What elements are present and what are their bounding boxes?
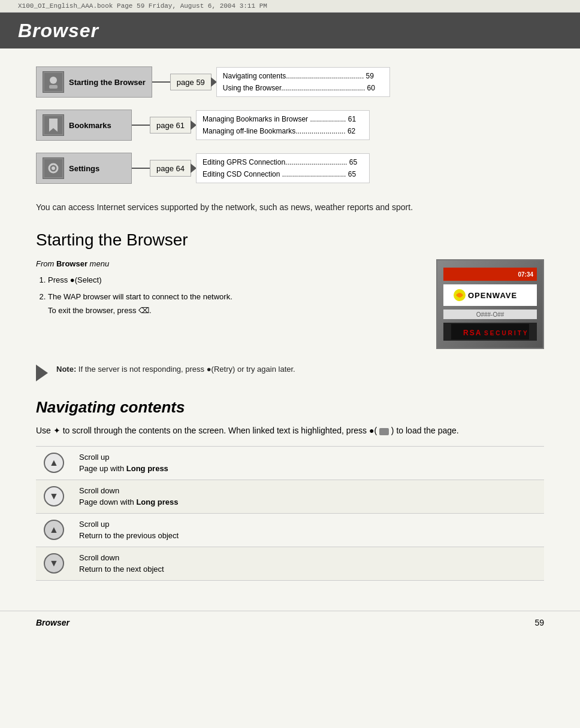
nav-contents-table: ▲ Scroll upPage up with Long press ▼ Scr… xyxy=(36,446,544,581)
nav-link-6: Editing CSD Connection .................… xyxy=(203,168,363,180)
nav-links-starting: Navigating contents.....................… xyxy=(216,67,390,98)
nav-link-2: Using the Browser.......................… xyxy=(223,82,383,94)
svg-point-1 xyxy=(50,77,57,84)
nav-box-label-starting: Starting the Browser xyxy=(69,78,146,87)
nav-boxes-section: Starting the Browser page 59 Navigating … xyxy=(36,66,544,184)
phone-screenshot: 07:34 OPENWAVE O###-O## RSA SECURITY xyxy=(436,259,544,349)
openwave-subtext: O###-O## xyxy=(443,310,537,319)
page-badge-starting: page 59 xyxy=(170,74,212,90)
table-cell-desc: Scroll upReturn to the previous object xyxy=(72,513,544,547)
page-title: Browser xyxy=(18,20,99,42)
table-cell-icon: ▲ xyxy=(36,446,72,480)
scroll-up-icon: ▲ xyxy=(44,453,64,473)
note-arrow-icon xyxy=(36,365,48,381)
openwave-logo: OPENWAVE xyxy=(443,284,537,306)
nav-link-1: Navigating contents.....................… xyxy=(223,70,383,82)
footer-bar: Browser 59 xyxy=(0,611,580,635)
nav-box-label-bookmarks: Bookmarks xyxy=(69,121,111,130)
scroll-prev-icon: ▲ xyxy=(44,520,64,540)
table-cell-desc: Scroll upPage up with Long press xyxy=(72,446,544,480)
nav-row-settings: Settings page 64 Editing GPRS Connection… xyxy=(36,153,544,184)
nav-links-settings: Editing GPRS Connection.................… xyxy=(196,153,370,184)
navigating-contents-heading: Navigating contents xyxy=(36,398,544,417)
starting-browser-text: From Browser menu Press ●(Select) The WA… xyxy=(36,259,424,349)
table-row: ▲ Scroll upReturn to the previous object xyxy=(36,513,544,547)
starting-browser-content: From Browser menu Press ●(Select) The WA… xyxy=(36,259,544,349)
page-badge-bookmarks: page 61 xyxy=(150,117,191,134)
step-2: The WAP browser will start to connect to… xyxy=(48,290,424,318)
page-badge-settings: page 64 xyxy=(150,160,191,177)
table-row: ▼ Scroll downReturn to the next object xyxy=(36,547,544,580)
nav-box-label-settings: Settings xyxy=(69,164,99,173)
note-text: Note: If the server is not responding, p… xyxy=(56,363,295,375)
phone-screen-bar: 07:34 xyxy=(443,268,537,281)
file-info-text: X100_OI_English_AAA.book Page 59 Friday,… xyxy=(18,2,267,10)
nav-link-5: Editing GPRS Connection.................… xyxy=(203,156,363,168)
nav-links-bookmarks: Managing Bookmarks in Browser ..........… xyxy=(196,110,370,141)
footer-left: Browser xyxy=(36,618,70,627)
rsa-logo: RSA SECURITY xyxy=(443,323,537,341)
header-bar: Browser xyxy=(0,13,580,48)
from-line: From Browser menu xyxy=(36,259,424,268)
svg-text:RSA: RSA xyxy=(463,329,482,337)
table-cell-icon: ▼ xyxy=(36,480,72,513)
steps-list: Press ●(Select) The WAP browser will sta… xyxy=(48,273,424,317)
table-cell-icon: ▼ xyxy=(36,547,72,580)
svg-text:SECURITY: SECURITY xyxy=(484,330,529,336)
main-content: Starting the Browser page 59 Navigating … xyxy=(0,48,580,599)
note-box: Note: If the server is not responding, p… xyxy=(36,361,544,384)
footer-right: 59 xyxy=(534,618,544,627)
connector-line-2 xyxy=(132,125,150,126)
file-info-bar: X100_OI_English_AAA.book Page 59 Friday,… xyxy=(0,0,580,13)
nav-box-starting: Starting the Browser xyxy=(36,66,152,98)
nav-link-4: Managing off-line Bookmarks.............… xyxy=(203,125,363,137)
step-1: Press ●(Select) xyxy=(48,273,424,287)
table-row: ▼ Scroll downPage down with Long press xyxy=(36,480,544,513)
svg-point-7 xyxy=(52,166,55,170)
nav-link-3: Managing Bookmarks in Browser ..........… xyxy=(203,113,363,125)
table-cell-icon: ▲ xyxy=(36,513,72,547)
connector-line-3 xyxy=(132,168,150,169)
navigating-intro: Use ✦ to scroll through the contents on … xyxy=(36,424,544,437)
scroll-down-icon: ▼ xyxy=(44,486,64,506)
connector-line-1 xyxy=(152,81,170,83)
svg-rect-2 xyxy=(49,85,58,89)
starting-browser-heading: Starting the Browser xyxy=(36,230,544,250)
intro-paragraph: You can access Internet services support… xyxy=(36,201,544,214)
nav-box-icon-starting xyxy=(43,71,64,93)
scroll-next-icon: ▼ xyxy=(44,553,64,574)
nav-box-settings: Settings xyxy=(36,153,132,184)
table-cell-desc: Scroll downReturn to the next object xyxy=(72,547,544,580)
nav-box-icon-bookmarks xyxy=(43,114,64,136)
nav-box-bookmarks: Bookmarks xyxy=(36,110,132,141)
svg-text:OPENWAVE: OPENWAVE xyxy=(468,291,517,300)
nav-row-bookmarks: Bookmarks page 61 Managing Bookmarks in … xyxy=(36,110,544,141)
nav-row-starting: Starting the Browser page 59 Navigating … xyxy=(36,66,544,98)
table-cell-desc: Scroll downPage down with Long press xyxy=(72,480,544,513)
table-row: ▲ Scroll upPage up with Long press xyxy=(36,446,544,480)
nav-box-icon-settings xyxy=(43,157,64,179)
